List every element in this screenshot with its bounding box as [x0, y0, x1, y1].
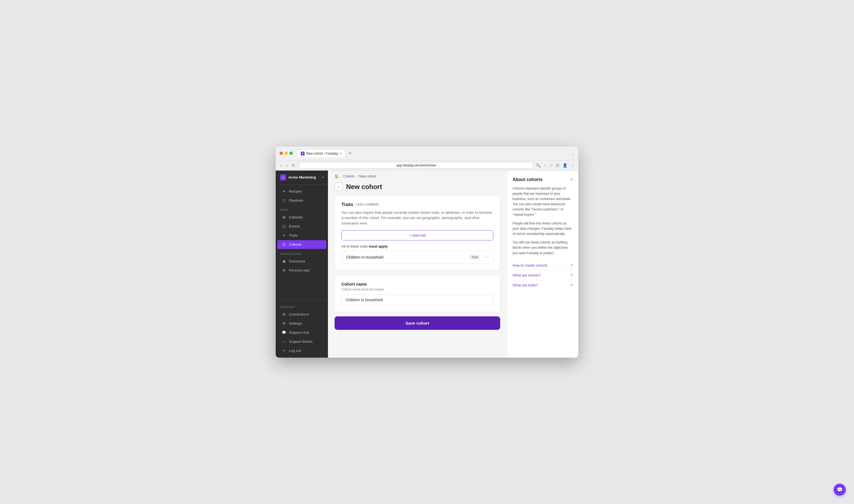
- sidebar-item-connections[interactable]: ⚙ Connections: [277, 310, 326, 319]
- tab-title: New cohort - Faraday: [306, 151, 338, 156]
- sidebar-section-predictions: PREDICTIONS: [276, 249, 328, 257]
- add-trait-button[interactable]: + Add trait: [342, 230, 493, 240]
- datasets-icon: ⊞: [282, 215, 286, 219]
- sidebar-section-account: ACCOUNT: [276, 302, 328, 310]
- connections-icon: ⚙: [282, 312, 286, 317]
- cohorts-icon: ⊡: [282, 242, 286, 247]
- sidebar-item-label: Cohorts: [289, 242, 302, 247]
- about-link-what-are-traits[interactable]: What are traits? ↗: [512, 280, 573, 290]
- page-title: New cohort: [346, 183, 382, 191]
- sidebar-item-label: Log out: [289, 348, 301, 353]
- trait-row: Children in household True ···: [342, 251, 493, 264]
- breadcrumb-cohorts-link[interactable]: Cohorts: [343, 175, 355, 178]
- forward-nav-button[interactable]: ›: [285, 162, 289, 169]
- condition-must-apply: must apply: [369, 244, 388, 248]
- about-paragraph-1: Cohorts represent specific groups of peo…: [512, 186, 573, 218]
- cohort-name-label: Cohort name: [342, 282, 493, 286]
- bookmark-icon: ☆: [549, 163, 553, 167]
- traffic-lights: [279, 151, 293, 155]
- sidebar-item-datasets[interactable]: ⊞ Datasets: [277, 213, 326, 222]
- address-bar-icons: 🔍 ↑ ☆ ⊡ 👤 ⋮: [536, 163, 575, 167]
- about-links: How to create cohorts ↗ What are events?…: [512, 260, 573, 290]
- save-cohort-button[interactable]: Save cohort: [334, 317, 500, 330]
- refresh-button[interactable]: ↻: [291, 162, 296, 169]
- sidebar-item-support-tickets[interactable]: ○ Support tickets: [277, 337, 326, 346]
- tab-close-button[interactable]: ×: [340, 151, 342, 156]
- about-panel-header: About cohorts ×: [512, 177, 573, 182]
- sidebar-item-label: Traits: [289, 233, 298, 237]
- workspace-name: Acme Marketing: [288, 175, 320, 179]
- trait-menu-button[interactable]: ···: [485, 254, 489, 260]
- tab-favicon: F: [301, 151, 305, 156]
- sidebar-item-label: Datasets: [289, 215, 303, 219]
- back-nav-button[interactable]: ‹: [279, 162, 283, 169]
- browser-tab-active[interactable]: F New cohort - Faraday ×: [297, 149, 346, 157]
- browser-titlebar: F New cohort - Faraday × + ⌄: [276, 147, 578, 160]
- trait-value: True: [469, 255, 480, 260]
- page-header: ‹ New cohort: [328, 180, 507, 195]
- browser-addressbar: ‹ › ↻ 🔍 ↑ ☆ ⊡ 👤 ⋮: [276, 160, 578, 170]
- extensions-icon: ⊡: [556, 163, 559, 167]
- recipes-icon: ✦: [282, 189, 286, 194]
- sidebar-item-persona-sets[interactable]: ⊛ Persona sets: [277, 266, 326, 275]
- tab-bar: F New cohort - Faraday × +: [297, 149, 569, 157]
- persona-sets-icon: ⊛: [282, 268, 286, 273]
- tab-actions: ⌄: [572, 151, 575, 156]
- new-tab-button[interactable]: +: [347, 149, 354, 157]
- search-icon: 🔍: [536, 163, 541, 167]
- share-icon: ↑: [544, 163, 546, 167]
- sidebar-nav: ✦ Recipes ⬡ Pipelines DATA ⊞ Datasets ◫ …: [276, 185, 328, 300]
- back-button[interactable]: ‹: [334, 183, 343, 191]
- cohort-name-card: Cohort name Cohort name must be unique.: [334, 275, 500, 312]
- about-link-external-icon: ↗: [570, 263, 573, 267]
- support-tickets-icon: ○: [282, 340, 286, 344]
- sidebar-item-cohorts[interactable]: ⊡ Cohorts: [277, 240, 326, 249]
- sidebar-item-label: Connections: [289, 312, 309, 317]
- about-link-external-icon: ↗: [570, 273, 573, 277]
- menu-icon: ⋮: [570, 163, 575, 167]
- support-chat-icon: 💬: [282, 330, 286, 335]
- condition-middle: of these traits: [346, 244, 369, 248]
- sidebar-item-recipes[interactable]: ✦ Recipes: [277, 187, 326, 196]
- traits-description: You can also require that people current…: [342, 210, 493, 226]
- sidebar-item-settings[interactable]: ⚙ Settings: [277, 319, 326, 328]
- address-bar-input[interactable]: [298, 162, 534, 169]
- sidebar-item-events[interactable]: ◫ Events: [277, 222, 326, 231]
- events-icon: ◫: [282, 224, 286, 229]
- breadcrumb-home-icon[interactable]: 🏠: [334, 175, 339, 178]
- back-chevron-icon: ‹: [338, 185, 340, 189]
- sidebar-item-outcomes[interactable]: ◉ Outcomes: [277, 257, 326, 266]
- sidebar-workspace[interactable]: A Acme Marketing ▾: [276, 170, 328, 185]
- sidebar-item-support-chat[interactable]: 💬 Support chat: [277, 328, 326, 337]
- app-container: A Acme Marketing ▾ ✦ Recipes ⬡ Pipelines…: [276, 170, 578, 358]
- about-close-button[interactable]: ×: [570, 177, 573, 182]
- traits-icon: ≡: [282, 233, 286, 238]
- sidebar-item-traits[interactable]: ≡ Traits: [277, 231, 326, 240]
- about-link-label: What are events?: [512, 273, 541, 277]
- cohort-name-input[interactable]: [342, 295, 493, 305]
- chat-bubble-button[interactable]: 💬: [834, 484, 846, 496]
- about-link-what-are-events[interactable]: What are events? ↗: [512, 270, 573, 280]
- sidebar-item-pipelines[interactable]: ⬡ Pipelines: [277, 196, 326, 205]
- trait-name: Children in household: [346, 255, 469, 259]
- about-paragraph-2: People will flow into these cohorts as y…: [512, 221, 573, 237]
- add-trait-label: + Add trait: [410, 233, 425, 237]
- about-panel-title: About cohorts: [512, 177, 543, 182]
- sidebar-item-label: Support tickets: [289, 340, 312, 344]
- browser-window: F New cohort - Faraday × + ⌄ ‹ › ↻ 🔍 ↑ ☆…: [276, 147, 578, 358]
- about-link-how-to-create-cohorts[interactable]: How to create cohorts ↗: [512, 260, 573, 270]
- sidebar-item-label: Persona sets: [289, 268, 310, 272]
- traits-header: Traits LESS COMMON: [342, 202, 493, 207]
- condition-prefix: All: [342, 244, 345, 248]
- profile-icon: 👤: [563, 163, 567, 167]
- breadcrumb: 🏠 › Cohorts › New cohort: [328, 170, 507, 180]
- sidebar-item-log-out[interactable]: ↩ Log out: [277, 346, 326, 355]
- traffic-light-red[interactable]: [279, 151, 283, 155]
- traits-badge: LESS COMMON: [356, 203, 379, 206]
- traits-condition: All of these traits must apply: [342, 244, 493, 248]
- traffic-light-yellow[interactable]: [285, 151, 288, 155]
- about-panel-body: Cohorts represent specific groups of peo…: [512, 186, 573, 256]
- breadcrumb-separator-1: ›: [340, 175, 342, 178]
- sidebar-item-label: Outcomes: [289, 259, 305, 263]
- traffic-light-green[interactable]: [289, 151, 293, 155]
